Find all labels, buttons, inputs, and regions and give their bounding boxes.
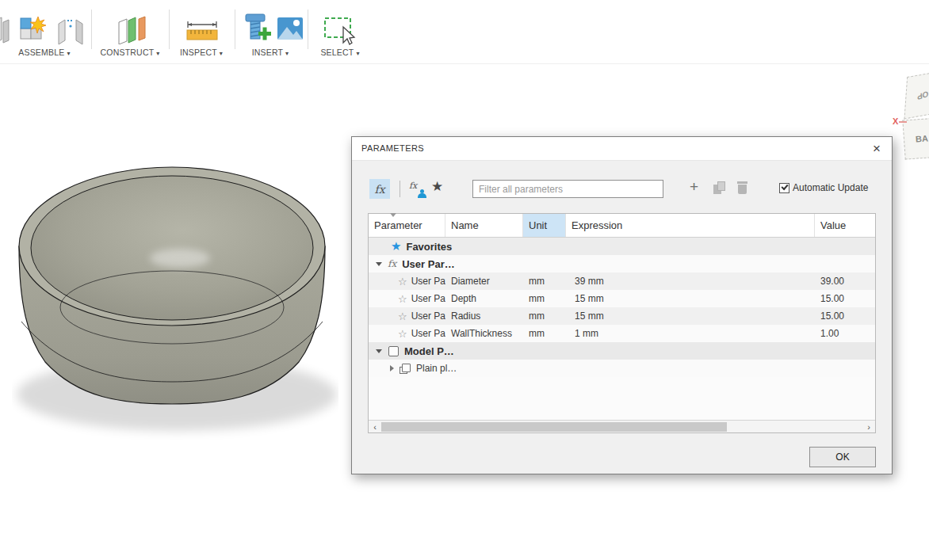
automatic-update-label: Automatic Update xyxy=(793,182,868,193)
add-parameter-button[interactable]: + xyxy=(690,178,698,196)
assemble-menu[interactable]: ASSEMBLE ▾ xyxy=(0,0,89,64)
fx-icon: fx xyxy=(374,183,384,196)
x-axis-line-icon xyxy=(899,121,907,123)
dropdown-caret-icon: ▾ xyxy=(220,50,223,57)
dialog-titlebar[interactable]: PARAMETERS × xyxy=(352,137,892,161)
table-header: Parameter Name Unit Expression Value xyxy=(369,214,875,238)
joint-origin-icon xyxy=(0,17,9,43)
scroll-left-icon[interactable]: ‹ xyxy=(369,421,381,432)
filter-parameters-input[interactable] xyxy=(472,180,663,198)
chevron-right-icon[interactable] xyxy=(390,365,394,371)
sort-icon xyxy=(390,213,396,217)
inspect-menu[interactable]: INSPECT ▾ xyxy=(170,0,233,64)
favorite-toggle-icon[interactable]: ☆ xyxy=(398,276,407,288)
column-header-value[interactable]: Value xyxy=(815,214,875,237)
dropdown-caret-icon: ▾ xyxy=(156,50,159,57)
parameters-table: Parameter Name Unit Expression Value ★ F… xyxy=(368,213,876,433)
fx-icon: fx xyxy=(388,258,396,269)
component-cube-icon xyxy=(388,346,399,356)
insert-fastener-icon xyxy=(246,14,271,40)
favorites-star-icon: ★ xyxy=(391,239,401,253)
close-icon[interactable]: × xyxy=(868,140,885,158)
chevron-down-icon[interactable] xyxy=(376,349,382,353)
model-parameters-group-row[interactable]: Model P… xyxy=(369,342,875,360)
favorite-toggle-icon[interactable]: ☆ xyxy=(398,310,407,322)
unit-cell: mm xyxy=(523,310,566,322)
name-cell[interactable]: Depth xyxy=(445,293,523,304)
delete-parameter-icon[interactable] xyxy=(737,181,747,194)
name-cell[interactable]: Diameter xyxy=(445,276,523,287)
user-parameters-group-row[interactable]: fx User Par… xyxy=(369,255,875,272)
bowl-cavity xyxy=(31,176,313,320)
user-parameters-filter-button[interactable]: fx xyxy=(407,181,428,198)
insert-label: INSERT ▾ xyxy=(235,48,305,57)
favorites-filter-button[interactable]: ★ xyxy=(431,178,443,195)
parameters-dialog: PARAMETERS × fx fx ★ + Automatic Update … xyxy=(351,136,893,474)
expression-cell[interactable]: 39 mm xyxy=(566,276,815,287)
value-cell: 15.00 xyxy=(815,293,875,304)
fusion360-window: ASSEMBLE ▾ CONSTRUCT ▾ xyxy=(0,0,929,560)
main-toolbar: ASSEMBLE ▾ CONSTRUCT ▾ xyxy=(0,0,929,64)
checkbox-checked-icon[interactable] xyxy=(779,183,789,193)
column-header-name[interactable]: Name xyxy=(445,214,523,237)
horizontal-scrollbar[interactable]: ‹ › xyxy=(369,420,875,432)
new-component-icon xyxy=(21,17,46,39)
select-menu[interactable]: SELECT ▾ xyxy=(308,0,372,64)
construct-label: CONSTRUCT ▾ xyxy=(92,48,168,57)
insert-menu[interactable]: INSERT ▾ xyxy=(235,0,305,64)
expression-cell[interactable]: 1 mm xyxy=(566,328,815,339)
viewcube[interactable]: OP BA xyxy=(902,73,929,158)
favorite-toggle-icon[interactable]: ☆ xyxy=(398,328,407,340)
inspect-label: INSPECT ▾ xyxy=(170,48,233,57)
assemble-icons xyxy=(0,16,90,48)
fx-icon: fx xyxy=(409,181,417,191)
name-cell[interactable]: Radius xyxy=(445,310,523,322)
scrollbar-thumb[interactable] xyxy=(381,422,727,432)
select-label: SELECT ▾ xyxy=(308,48,372,57)
construct-plane-icon xyxy=(117,16,149,44)
bowl-model[interactable] xyxy=(12,157,338,445)
derive-parameter-icon[interactable] xyxy=(713,181,725,194)
name-cell[interactable]: WallThickness xyxy=(445,328,523,339)
show-all-parameters-button[interactable]: fx xyxy=(369,179,390,199)
scroll-right-icon[interactable]: › xyxy=(862,421,875,432)
select-icon xyxy=(323,16,357,46)
column-header-expression[interactable]: Expression xyxy=(566,214,815,237)
value-cell: 1.00 xyxy=(815,328,875,339)
expression-cell[interactable]: 15 mm xyxy=(566,293,815,304)
parameter-row-depth[interactable]: ☆User Pa… Depth mm 15 mm 15.00 xyxy=(369,290,875,307)
measure-icon xyxy=(185,21,219,43)
dropdown-caret-icon: ▾ xyxy=(285,50,289,57)
assemble-label: ASSEMBLE ▾ xyxy=(0,48,89,57)
favorites-row[interactable]: ★ Favorites xyxy=(369,238,875,255)
insert-image-icon xyxy=(277,17,303,40)
x-axis-indicator: X xyxy=(893,116,907,126)
column-header-unit[interactable]: Unit xyxy=(523,214,566,237)
parameter-row-radius[interactable]: ☆User Pa… Radius mm 15 mm 15.00 xyxy=(369,307,875,325)
ok-button[interactable]: OK xyxy=(809,447,876,467)
parameter-row-diameter[interactable]: ☆User Pa… Diameter mm 39 mm 39.00 xyxy=(369,272,875,290)
unit-cell: mm xyxy=(523,293,566,304)
plain-plate-row[interactable]: Plain pl… xyxy=(369,360,875,377)
parameter-row-wallthickness[interactable]: ☆User Pa… WallThickness mm 1 mm 1.00 xyxy=(369,325,875,342)
favorite-toggle-icon[interactable]: ☆ xyxy=(398,293,407,305)
dialog-toolbar-separator xyxy=(400,181,400,197)
value-cell: 15.00 xyxy=(815,310,875,322)
column-header-parameter[interactable]: Parameter xyxy=(369,214,445,237)
insert-icons xyxy=(243,13,304,46)
value-cell: 39.00 xyxy=(815,276,875,287)
expression-cell[interactable]: 15 mm xyxy=(566,310,815,322)
chevron-down-icon[interactable] xyxy=(376,262,382,266)
dropdown-caret-icon: ▾ xyxy=(67,50,71,57)
automatic-update-toggle[interactable]: Automatic Update xyxy=(779,181,868,194)
viewcube-top-face[interactable]: OP xyxy=(904,70,929,119)
construct-menu[interactable]: CONSTRUCT ▾ xyxy=(92,0,168,64)
unit-cell: mm xyxy=(523,328,566,339)
joint-icon xyxy=(59,20,82,44)
dropdown-caret-icon: ▾ xyxy=(356,50,359,57)
body-icon xyxy=(400,364,411,374)
user-icon xyxy=(418,193,426,198)
unit-cell: mm xyxy=(523,276,566,287)
dialog-title: PARAMETERS xyxy=(361,143,424,153)
